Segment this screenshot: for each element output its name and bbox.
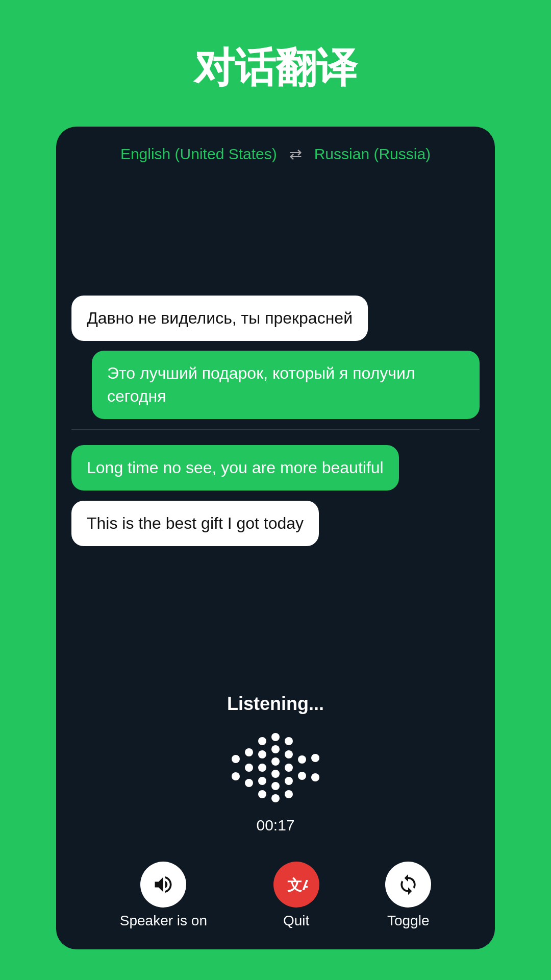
wave-col-2 [245,748,253,787]
controls-bar: Speaker is on 文A Quit Toggle [56,851,495,949]
dot [245,748,253,756]
wave-col-3 [258,737,266,798]
toggle-icon [397,873,419,896]
speaker-control: Speaker is on [120,862,207,929]
listening-status: Listening... [227,693,324,715]
source-language[interactable]: English (United States) [120,145,277,163]
dot [232,772,240,780]
dot [245,779,253,787]
dot [258,764,266,772]
dot [271,770,280,778]
svg-text:文A: 文A [287,876,307,893]
wave-col-7 [311,754,319,781]
dot [232,755,240,763]
dot [271,794,280,802]
top-messages: Давно не виделись, ты прекрасней Это луч… [71,191,480,419]
quit-button[interactable]: 文A [273,862,319,908]
wave-col-4 [271,733,280,802]
dot [271,757,280,766]
language-bar: English (United States) ⇄ Russian (Russi… [56,127,495,181]
flipped-green-row: Это лучший подарок, который я получил се… [71,351,480,419]
translate-icon: 文A [285,873,308,896]
flipped-white-row: Давно не виделись, ты прекрасней [71,296,480,341]
swap-icon[interactable]: ⇄ [289,145,302,163]
dot [298,755,306,764]
wave-col-5 [285,737,293,798]
speaker-icon [152,873,174,896]
chat-area: Давно не виделись, ты прекрасней Это луч… [56,181,495,683]
dot [258,790,266,798]
bottom-messages: Long time no see, you are more beautiful… [71,440,480,673]
dot [245,764,253,772]
dot [311,773,319,781]
chat-divider [71,429,480,430]
main-card: English (United States) ⇄ Russian (Russi… [56,127,495,949]
quit-label: Quit [283,913,309,929]
dot [285,764,293,772]
dot [271,733,280,741]
timer-display: 00:17 [256,817,294,834]
flipped-green-bubble: Это лучший подарок, который я получил се… [92,351,480,419]
app-title: 对话翻译 [194,41,357,96]
dot [271,782,280,790]
english-green-bubble: Long time no see, you are more beautiful [71,445,399,491]
toggle-button[interactable] [385,862,431,908]
dot [271,745,280,753]
target-language[interactable]: Russian (Russia) [314,145,431,163]
dot [285,790,293,798]
dot [285,777,293,785]
waveform [232,727,319,808]
dot [285,737,293,745]
listening-section: Listening... [56,683,495,851]
quit-control: 文A Quit [273,862,319,929]
wave-col-6 [298,755,306,780]
flipped-messages: Давно не виделись, ты прекрасней Это луч… [71,296,480,419]
dot [258,750,266,758]
dot [258,737,266,745]
dot [298,772,306,780]
dot [285,750,293,758]
toggle-control: Toggle [385,862,431,929]
speaker-button[interactable] [140,862,186,908]
dot [258,777,266,785]
english-white-bubble: This is the best gift I got today [71,501,319,546]
toggle-label: Toggle [387,913,430,929]
wave-col-1 [232,755,240,780]
speaker-label: Speaker is on [120,913,207,929]
dot [311,754,319,762]
flipped-white-bubble: Давно не виделись, ты прекрасней [71,296,368,341]
